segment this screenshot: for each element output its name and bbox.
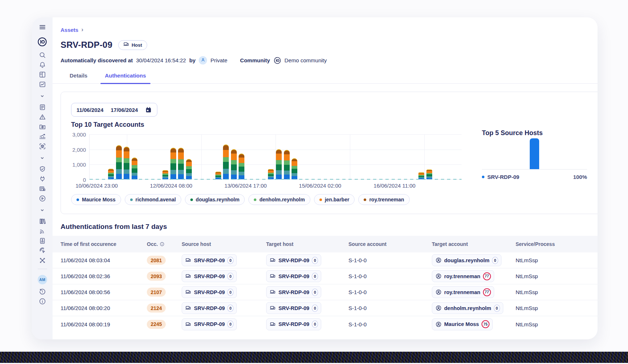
cell-source-account: S-1-0-0 xyxy=(346,305,429,311)
cell-occ: 2107 xyxy=(144,288,179,297)
stacked-bar[interactable] xyxy=(284,150,290,179)
cell-time: 11/06/2024 08:03:04 xyxy=(53,257,144,263)
chip-label: douglas.reynholm xyxy=(444,258,489,263)
table-row[interactable]: 11/06/2024 08:00:202124SRV-RDP-090SRV-RD… xyxy=(53,300,598,316)
sidebar-chevron-down-icon[interactable] xyxy=(32,206,53,214)
laptop-icon xyxy=(185,321,191,327)
page-title: SRV-RDP-09 xyxy=(61,40,112,50)
sidebar-search-icon[interactable] xyxy=(32,50,53,60)
legend-chip[interactable]: Maurice Moss xyxy=(71,194,121,205)
source-host-percent: 100% xyxy=(573,174,587,180)
y-axis-tick: 3,000 xyxy=(72,131,86,138)
source-host-chip[interactable]: SRV-RDP-090 xyxy=(182,270,237,282)
laptop-icon xyxy=(270,321,276,327)
sidebar-menu-icon[interactable] xyxy=(32,22,53,33)
legend-chip[interactable]: roy.trenneman xyxy=(358,194,409,205)
sidebar-building-icon[interactable] xyxy=(32,184,53,193)
table-row[interactable]: 11/06/2024 08:00:562107SRV-RDP-090SRV-RD… xyxy=(53,284,598,300)
sidebar-history-icon[interactable] xyxy=(32,286,53,296)
sidebar-tap-icon[interactable] xyxy=(32,246,53,255)
top-source-hosts-plot xyxy=(482,139,587,170)
stacked-bar[interactable] xyxy=(418,172,424,179)
target-host-chip[interactable]: SRV-RDP-090 xyxy=(266,254,321,266)
sidebar-shield-check-icon[interactable] xyxy=(32,164,53,174)
source-host-bar[interactable] xyxy=(530,138,539,169)
date-range-picker[interactable]: 11/06/2024 17/06/2024 xyxy=(71,103,157,117)
legend-chip[interactable]: richmond.avenal xyxy=(125,194,181,205)
bar-segment xyxy=(170,163,176,170)
bar-segment xyxy=(223,150,229,157)
sidebar-rss-icon[interactable] xyxy=(32,226,53,236)
table-row[interactable]: 11/06/2024 08:02:362093SRV-RDP-090SRV-RD… xyxy=(53,268,598,284)
table-header: Time of first occurence Occ. Source host… xyxy=(53,236,598,252)
stacked-bar[interactable] xyxy=(426,170,432,179)
stacked-bar[interactable] xyxy=(170,148,176,179)
target-host-chip[interactable]: SRV-RDP-090 xyxy=(266,270,321,282)
legend-chip[interactable]: douglas.reynholm xyxy=(185,194,245,205)
info-icon[interactable] xyxy=(160,242,165,247)
sidebar-warning-icon[interactable] xyxy=(32,112,53,122)
tab-authentications[interactable]: Authentications xyxy=(100,72,150,83)
target-account-chip[interactable]: roy.trenneman77 xyxy=(432,270,494,282)
sidebar-plug-icon[interactable] xyxy=(32,174,53,184)
stacked-bar[interactable] xyxy=(108,169,114,179)
stacked-bar[interactable] xyxy=(223,145,229,179)
target-host-chip[interactable]: SRV-RDP-090 xyxy=(266,302,321,314)
sidebar-chevron-down-icon[interactable] xyxy=(32,154,53,162)
stacked-bar[interactable] xyxy=(215,172,221,179)
cell-occ: 2081 xyxy=(144,256,179,265)
sidebar-folder-info-icon[interactable] xyxy=(32,122,53,131)
stacked-bar[interactable] xyxy=(124,147,129,179)
bar-segment xyxy=(132,165,137,168)
target-host-chip[interactable]: SRV-RDP-090 xyxy=(266,286,321,298)
breadcrumb-assets-link[interactable]: Assets xyxy=(61,27,78,33)
bar-segment xyxy=(124,158,129,163)
stacked-bar[interactable] xyxy=(186,159,192,179)
target-account-chip[interactable]: Maurice Moss75 xyxy=(432,318,493,330)
sidebar-library-icon[interactable] xyxy=(32,216,53,226)
tab-details[interactable]: Details xyxy=(65,72,92,83)
owner-avatar[interactable] xyxy=(199,56,207,64)
sidebar-info-icon[interactable] xyxy=(32,296,53,306)
target-account-chip[interactable]: roy.trenneman77 xyxy=(432,286,494,298)
legend-chip[interactable]: denholm.reynholm xyxy=(248,194,310,205)
stacked-bar[interactable] xyxy=(239,154,244,179)
stacked-bar[interactable] xyxy=(116,145,122,179)
sidebar-bell-icon[interactable] xyxy=(32,60,53,70)
source-host-chip[interactable]: SRV-RDP-090 xyxy=(182,254,237,266)
sidebar-monitor-chart-icon[interactable] xyxy=(32,79,53,89)
bar-segment xyxy=(186,169,192,173)
target-account-chip[interactable]: denholm.reynholm0 xyxy=(432,302,503,314)
sidebar-stats-icon[interactable] xyxy=(32,131,53,141)
table-row[interactable]: 11/06/2024 08:03:042081SRV-RDP-090SRV-RD… xyxy=(53,252,598,268)
sidebar-scan-cube-icon[interactable] xyxy=(32,141,53,151)
sidebar-logo-icon[interactable] xyxy=(32,35,53,49)
sidebar-report-icon[interactable] xyxy=(32,102,53,112)
stacked-bar[interactable] xyxy=(292,158,297,179)
stacked-bar[interactable] xyxy=(132,158,137,179)
laptop-icon xyxy=(270,305,276,311)
stacked-bar[interactable] xyxy=(178,148,184,179)
stacked-bar[interactable] xyxy=(231,149,237,179)
charts-row: Top 10 Target Accounts 3,0002,0001,0000 … xyxy=(71,121,591,205)
source-host-chip[interactable]: SRV-RDP-090 xyxy=(182,302,237,314)
bar-segment xyxy=(276,175,282,179)
legend-chip[interactable]: jen.barber xyxy=(314,194,355,205)
x-axis-tick: 12/06/2024 08:00 xyxy=(150,183,193,189)
sidebar-network-icon[interactable] xyxy=(32,255,53,265)
source-host-chip[interactable]: SRV-RDP-090 xyxy=(182,318,237,330)
user-avatar[interactable]: AM xyxy=(38,275,47,284)
sidebar-grid-icon[interactable] xyxy=(32,70,53,79)
stacked-bar[interactable] xyxy=(268,169,274,179)
target-host-chip[interactable]: SRV-RDP-090 xyxy=(266,318,321,330)
target-account-chip[interactable]: douglas.reynholm0 xyxy=(432,254,501,266)
sidebar-document-icon[interactable] xyxy=(32,236,53,246)
stacked-bar[interactable] xyxy=(276,149,282,179)
sidebar-chevron-down-icon[interactable] xyxy=(32,92,53,100)
stacked-bar[interactable] xyxy=(162,170,168,179)
source-host-chip[interactable]: SRV-RDP-090 xyxy=(182,286,237,298)
person-circle-icon xyxy=(435,257,442,263)
table-row[interactable]: 11/06/2024 08:00:192245SRV-RDP-090SRV-RD… xyxy=(53,316,598,332)
sidebar-play-circle-icon[interactable] xyxy=(32,193,53,203)
chip-label: SRV-RDP-09 xyxy=(194,305,225,311)
